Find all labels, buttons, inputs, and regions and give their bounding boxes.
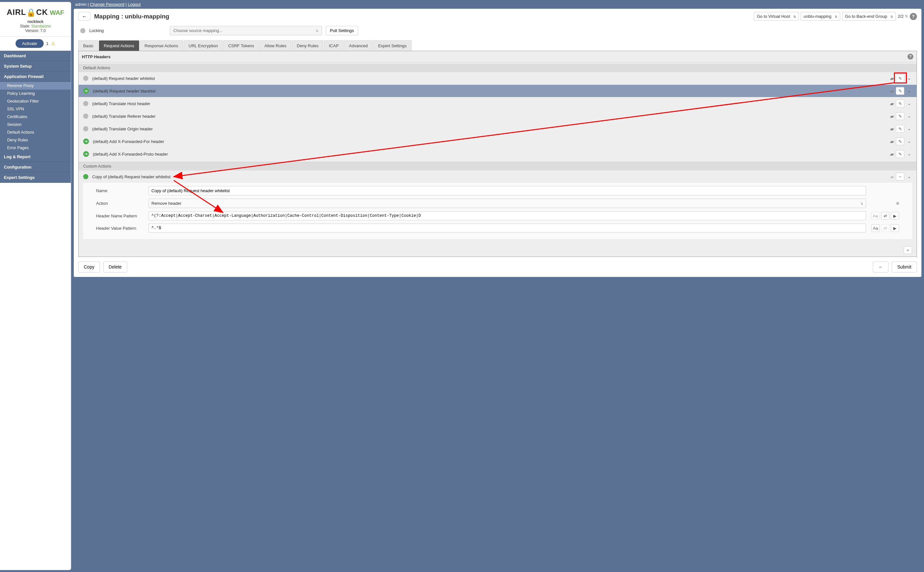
panel-help-icon[interactable]: ? [907, 54, 913, 59]
row-label: (default) Request header whitelist [92, 76, 155, 81]
status-icon [83, 113, 89, 119]
nav-section[interactable]: Configuration [0, 162, 71, 173]
page-title: Mapping : unblu-mapping [94, 13, 169, 20]
tab-expert-settings[interactable]: Expert Settings [373, 40, 412, 51]
mapping-select[interactable]: unblu-mapping [801, 12, 840, 21]
default-action-row: ➔(default) Add X-Forwarded-Proto header▰… [79, 148, 916, 160]
tab-allow-rules[interactable]: Allow Rules [259, 40, 291, 51]
row-label: (default) Request header blacklist [93, 89, 155, 93]
nav-item[interactable]: Policy Learning [0, 90, 71, 97]
edit-button[interactable]: ✎ [896, 150, 904, 158]
tab-response-actions[interactable]: Response Actions [140, 40, 183, 51]
invert-button[interactable]: ⇄ [881, 212, 889, 220]
remove-button[interactable]: − [896, 173, 904, 180]
virtual-host-select[interactable]: Go to Virtual Host [754, 12, 798, 21]
nav-section[interactable]: Dashboard [0, 51, 71, 61]
status-icon: ➔ [83, 88, 89, 94]
test-button[interactable]: ▶ [891, 212, 899, 220]
nav-item[interactable]: SSL VPN [0, 105, 71, 113]
change-password-link[interactable]: Change Password [90, 2, 124, 7]
delete-button[interactable]: Delete [103, 261, 127, 272]
backend-group-select[interactable]: Go to Back-end Group [842, 12, 896, 21]
panel-title: HTTP Headers [82, 54, 111, 59]
case-toggle-button[interactable]: Aa [871, 212, 880, 220]
menu-icon[interactable]: ≡ [870, 201, 899, 207]
host-state: Standalone [31, 24, 51, 28]
comment-icon[interactable]: ▰ [890, 101, 894, 107]
nav-section[interactable]: Log & Report [0, 152, 71, 162]
comment-icon[interactable]: ▰ [890, 113, 894, 120]
invert-button[interactable]: ⇄ [881, 224, 889, 232]
status-icon [83, 76, 89, 81]
test-button[interactable]: ▶ [891, 224, 899, 232]
nav-item[interactable]: Session [0, 121, 71, 129]
comment-icon[interactable]: ▰ [890, 138, 894, 145]
nav-section[interactable]: Expert Settings [0, 173, 71, 183]
submit-button[interactable]: Submit [891, 261, 917, 272]
case-toggle-button[interactable]: Aa [871, 224, 880, 232]
action-select[interactable]: Remove header [149, 199, 866, 208]
header-value-pattern-input[interactable] [149, 224, 866, 233]
nav-item[interactable]: Default Actions [0, 129, 71, 136]
pager-updown-icon[interactable]: ⇅ [905, 14, 908, 19]
pull-settings-button[interactable]: Pull Settings [326, 26, 358, 35]
row-label: (default) Translate Host header [92, 101, 150, 106]
logout-link[interactable]: Logout [128, 2, 141, 7]
expand-toggle[interactable]: ⌄ [906, 139, 912, 144]
expand-toggle[interactable]: ⌄ [906, 114, 912, 118]
tab-deny-rules[interactable]: Deny Rules [292, 40, 323, 51]
edit-button[interactable]: ✎ [896, 87, 904, 95]
row-label: (default) Add X-Forwarded-Proto header [93, 152, 168, 157]
nav-item[interactable]: Geolocation Filter [0, 97, 71, 105]
status-dot-icon [83, 174, 89, 179]
tab-url-encryption[interactable]: URL Encryption [184, 40, 223, 51]
row-label: (default) Translate Origin header [92, 126, 153, 131]
edit-button[interactable]: ✎ [896, 99, 904, 107]
edit-button[interactable]: ✎ [896, 137, 904, 145]
nav-item[interactable]: Deny Rules [0, 136, 71, 144]
locking-label: Locking [89, 28, 104, 33]
tab-request-actions[interactable]: Request Actions [99, 40, 139, 51]
expand-toggle[interactable]: ⌄ [906, 76, 912, 81]
collapse-toggle[interactable]: ⌄ [906, 174, 912, 179]
custom-action-row: Copy of (default) Request header whiteli… [79, 171, 916, 183]
back-button[interactable]: ← [78, 12, 90, 21]
activate-button[interactable]: Activate [16, 39, 43, 48]
tab-basic[interactable]: Basic [78, 40, 98, 51]
header-name-pattern-label: Header Name Pattern [96, 213, 144, 218]
edit-button[interactable]: ✎ [896, 112, 904, 120]
comment-icon[interactable]: ▰ [890, 151, 894, 157]
nav-section[interactable]: Application Firewall [0, 72, 71, 82]
expand-toggle[interactable]: ⌄ [906, 101, 912, 106]
tab-csrf-tokens[interactable]: CSRF Tokens [223, 40, 259, 51]
header-value-pattern-label: Header Value Pattern [96, 226, 144, 231]
default-action-row: ➔(default) Request header blacklist▰✎⌄ [79, 85, 916, 97]
tab-icap[interactable]: ICAP [324, 40, 343, 51]
warning-icon: ⚠ [51, 41, 55, 46]
status-icon [83, 101, 89, 106]
copy-button[interactable]: Copy [78, 261, 100, 272]
locking-status-icon [80, 28, 85, 33]
nav-item[interactable]: Certificates [0, 113, 71, 121]
help-icon[interactable]: ? [910, 13, 917, 20]
locking-source-select[interactable]: Choose source mapping... [170, 26, 322, 35]
expand-toggle[interactable]: ⌄ [906, 126, 912, 131]
nav-item[interactable]: Reverse Proxy [0, 82, 71, 90]
comment-icon: ▰ [890, 174, 894, 180]
edit-button[interactable]: ✎ [896, 75, 904, 82]
logo: AIRL🔒CK WAF [0, 2, 71, 19]
comment-icon[interactable]: ▰ [890, 126, 894, 132]
comment-icon[interactable]: ▰ [890, 88, 894, 94]
comment-icon[interactable]: ▰ [890, 75, 894, 82]
row-label: (default) Translate Referer header [92, 114, 155, 119]
nav-section[interactable]: System Setup [0, 61, 71, 72]
edit-button[interactable]: ✎ [896, 125, 904, 133]
add-action-button[interactable]: + [904, 246, 912, 254]
nav-item[interactable]: Error Pages [0, 144, 71, 152]
header-name-pattern-input[interactable] [149, 211, 866, 220]
expand-toggle[interactable]: ⌄ [906, 89, 912, 93]
prev-button[interactable]: ← [873, 261, 888, 272]
expand-toggle[interactable]: ⌄ [906, 152, 912, 156]
tab-advanced[interactable]: Advanced [344, 40, 373, 51]
name-input[interactable] [149, 186, 866, 196]
